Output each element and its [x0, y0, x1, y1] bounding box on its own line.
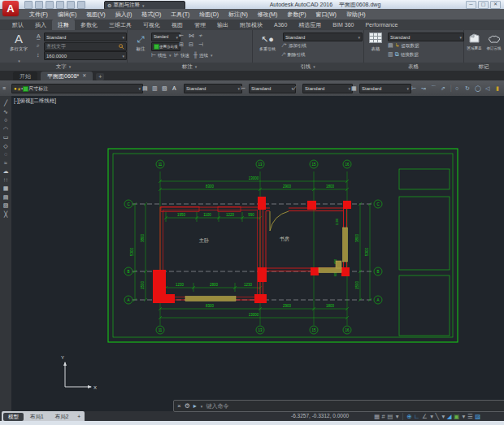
quick-dim-button[interactable]: ⊬ 快速: [174, 52, 189, 59]
dim-tool-icon[interactable]: ⇤: [179, 33, 184, 39]
dim-tool-icon[interactable]: ⊞: [179, 41, 184, 48]
table-style-icon[interactable]: ▦: [351, 85, 357, 92]
tab-parametric[interactable]: 参数化: [75, 20, 103, 30]
menu-format[interactable]: 格式(O): [137, 9, 166, 20]
dim-jog-tool-icon[interactable]: ⇗: [441, 85, 445, 92]
dim-tool-icon[interactable]: ≁: [198, 33, 203, 39]
mleader-style-icon[interactable]: ∕: [294, 85, 295, 92]
table-style-toolbar-combo[interactable]: Standard ▾: [359, 84, 411, 93]
revcloud-tool-icon[interactable]: ☁: [3, 167, 9, 176]
add-leader-button[interactable]: ∕⁺ 添加引线: [283, 42, 306, 49]
customize-icon[interactable]: ⚙: [185, 401, 190, 410]
dim-center-tool-icon[interactable]: ◯: [475, 85, 481, 92]
lineweight-icon[interactable]: ☰: [467, 412, 473, 421]
ortho-mode-icon[interactable]: ∟: [414, 412, 419, 421]
layout-tab-model[interactable]: 模型: [3, 413, 24, 421]
dim-style-icon[interactable]: ⊢: [241, 85, 245, 92]
dim-style-toolbar-combo[interactable]: Standard ▾: [249, 84, 296, 93]
mleader-style-combo[interactable]: Standard ▾: [283, 33, 363, 41]
autocad-logo-icon[interactable]: A: [2, 1, 19, 16]
open-file-icon[interactable]: [35, 1, 43, 9]
polygon-tool-icon[interactable]: ◇: [3, 142, 7, 150]
line-tool-icon[interactable]: ╱: [4, 99, 7, 107]
layer-off-icon[interactable]: ▧: [162, 85, 167, 92]
polar-tracking-icon[interactable]: ∠: [422, 412, 428, 421]
table-style-combo[interactable]: Standard ▾: [388, 33, 464, 41]
file-tab-start[interactable]: 开始: [13, 72, 37, 80]
panel-dimension-strip[interactable]: 标注 ▾: [127, 63, 252, 71]
tab-performance[interactable]: Performance: [359, 20, 403, 30]
tab-manage[interactable]: 管理: [189, 20, 211, 30]
drawing-canvas[interactable]: 11 13 15 16 11 13 15 16 C B A C B A: [11, 96, 504, 411]
close-command-icon[interactable]: ×: [177, 401, 181, 410]
dim-radius-tool-icon[interactable]: ↻: [465, 85, 470, 92]
dim-edit-tool-icon[interactable]: ▮: [496, 85, 499, 92]
panel-text-strip[interactable]: 文字 ▾: [0, 63, 127, 71]
layer-combo[interactable]: ● ☀ ▪ 尺寸标注 ▾: [11, 84, 143, 93]
menu-window[interactable]: 窗口(W): [311, 9, 341, 20]
tab-insert[interactable]: 插入: [29, 20, 52, 30]
text-style-toolbar-combo[interactable]: Standard ▾: [184, 84, 242, 93]
extract-data-button[interactable]: ▤ ↳ 提取数据: [388, 42, 419, 49]
revcloud-button[interactable]: 修订云线: [485, 32, 502, 51]
viewport-controls[interactable]: [-][俯视][二维线框]: [14, 98, 56, 105]
gradient-tool-icon[interactable]: ▤: [3, 193, 9, 202]
dim-layer-combo[interactable]: 使用当前项: [151, 42, 180, 51]
new-file-icon[interactable]: [24, 1, 33, 9]
tab-output[interactable]: 输出: [211, 20, 234, 30]
menu-modify[interactable]: 修改(M): [253, 9, 283, 20]
ellipse-tool-icon[interactable]: ◌: [4, 150, 7, 158]
rectangle-tool-icon[interactable]: ▭: [3, 133, 9, 141]
dim-tool-icon[interactable]: ⊟: [189, 41, 193, 48]
dim-tool-icon[interactable]: ⊣: [198, 41, 203, 48]
tab-visualize[interactable]: 可视化: [137, 20, 166, 30]
text-style-combo[interactable]: Standard ▾: [44, 33, 127, 41]
dynamic-input-icon[interactable]: ⊕: [406, 412, 411, 421]
dim-tool-icon[interactable]: ⋈: [189, 33, 194, 39]
dimension-button[interactable]: ⤢ 标注: [128, 32, 153, 51]
menu-view[interactable]: 视图(V): [81, 9, 110, 20]
tab-featured-apps[interactable]: 精选应用: [293, 20, 327, 30]
dim-diameter-tool-icon[interactable]: ○: [455, 85, 458, 92]
close-icon[interactable]: ✕: [490, 1, 501, 9]
minimize-icon[interactable]: ─: [466, 1, 476, 9]
dim-angular-tool-icon[interactable]: ◁: [485, 85, 489, 92]
layer-isolate-icon[interactable]: ▥: [152, 85, 158, 92]
find-text-input[interactable]: 查找文字: [44, 42, 127, 51]
search-icon[interactable]: [119, 44, 124, 50]
transparency-icon[interactable]: ▨: [475, 412, 480, 421]
grid-display-icon[interactable]: #: [382, 412, 385, 421]
save-icon[interactable]: [46, 1, 54, 9]
menu-help[interactable]: 帮助(H): [341, 9, 371, 20]
menu-tools[interactable]: 工具(T): [166, 9, 194, 20]
panel-markup-strip[interactable]: 标记: [463, 63, 504, 71]
menu-dimension[interactable]: 标注(N): [224, 9, 253, 20]
panel-table-strip[interactable]: 表格: [363, 63, 463, 71]
model-space-toggle-icon[interactable]: ▦: [374, 412, 380, 421]
layer-properties-icon[interactable]: ≡: [2, 85, 6, 92]
file-tab-active[interactable]: 平面图0608* ✕: [41, 72, 93, 80]
menu-file[interactable]: 文件(F): [24, 9, 53, 20]
menu-draw[interactable]: 绘图(D): [194, 9, 224, 20]
remove-leader-button[interactable]: ∕ˣ 删除引线: [283, 51, 305, 58]
multileader-button[interactable]: ↖● 多重引线: [254, 32, 281, 51]
object-snap-icon[interactable]: ▣: [454, 412, 459, 421]
command-input-hint[interactable]: 键入命令: [206, 402, 228, 410]
menu-parametric[interactable]: 参数(P): [282, 9, 311, 20]
xline-tool-icon[interactable]: ╳: [4, 210, 7, 219]
tab-bim360[interactable]: BIM 360: [327, 20, 359, 30]
tab-view[interactable]: 视图: [166, 20, 189, 30]
panel-leader-strip[interactable]: 引线 ▾: [252, 63, 363, 71]
polyline-tool-icon[interactable]: ∿: [3, 108, 8, 116]
tab-annotate[interactable]: 注释: [52, 20, 75, 30]
new-tab-icon[interactable]: +: [96, 73, 104, 80]
isodraft-icon[interactable]: ╲: [435, 412, 439, 421]
mtext-button[interactable]: A 多行文字 ▾: [3, 32, 34, 66]
table-button[interactable]: 表格: [365, 32, 386, 51]
redo-icon[interactable]: [77, 1, 85, 9]
dim-arc-tool-icon[interactable]: ⌒: [431, 85, 437, 92]
dim-linear-tool-icon[interactable]: ⊢: [411, 85, 416, 92]
hatch-tool-icon[interactable]: ▦: [3, 184, 9, 193]
text-height-combo[interactable]: 160.0000 ▾: [44, 51, 127, 60]
snap-mode-icon[interactable]: ▤: [387, 412, 393, 421]
